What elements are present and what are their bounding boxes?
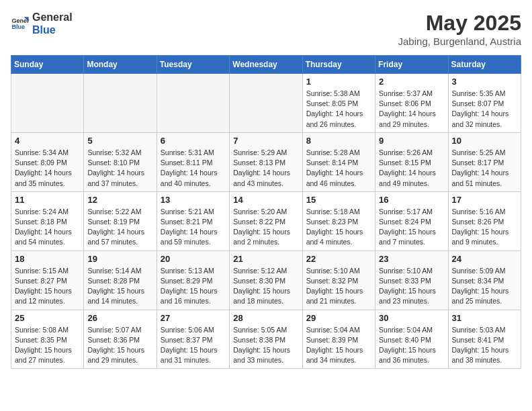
day-number: 30: [379, 313, 444, 323]
title-block: May 2025 Jabing, Burgenland, Austria: [398, 11, 521, 47]
calendar-cell: 27Sunrise: 5:06 AM Sunset: 8:37 PM Dayli…: [157, 310, 229, 369]
day-number: 29: [306, 313, 371, 323]
calendar-cell: 6Sunrise: 5:31 AM Sunset: 8:11 PM Daylig…: [157, 132, 229, 191]
day-info: Sunrise: 5:12 AM Sunset: 8:30 PM Dayligh…: [233, 266, 298, 307]
day-info: Sunrise: 5:38 AM Sunset: 8:05 PM Dayligh…: [306, 89, 371, 130]
day-info: Sunrise: 5:25 AM Sunset: 8:17 PM Dayligh…: [452, 148, 517, 189]
day-number: 31: [452, 313, 517, 323]
day-info: Sunrise: 5:26 AM Sunset: 8:15 PM Dayligh…: [379, 148, 444, 189]
day-info: Sunrise: 5:32 AM Sunset: 8:10 PM Dayligh…: [87, 148, 152, 189]
dow-header-sunday: Sunday: [11, 56, 84, 74]
calendar-cell: 15Sunrise: 5:18 AM Sunset: 8:23 PM Dayli…: [302, 191, 375, 250]
day-number: 2: [379, 77, 444, 87]
calendar-cell: 3Sunrise: 5:35 AM Sunset: 8:07 PM Daylig…: [448, 74, 521, 133]
day-number: 19: [87, 254, 152, 264]
day-info: Sunrise: 5:24 AM Sunset: 8:18 PM Dayligh…: [15, 207, 80, 248]
calendar-cell: 11Sunrise: 5:24 AM Sunset: 8:18 PM Dayli…: [11, 191, 84, 250]
dow-header-monday: Monday: [84, 56, 157, 74]
day-number: 18: [15, 254, 80, 264]
calendar-table: SundayMondayTuesdayWednesdayThursdayFrid…: [11, 55, 521, 369]
day-number: 25: [15, 313, 80, 323]
day-info: Sunrise: 5:37 AM Sunset: 8:06 PM Dayligh…: [379, 89, 444, 130]
day-number: 12: [87, 195, 152, 205]
day-info: Sunrise: 5:06 AM Sunset: 8:37 PM Dayligh…: [161, 325, 226, 366]
calendar-cell: 18Sunrise: 5:15 AM Sunset: 8:27 PM Dayli…: [11, 250, 84, 310]
month-year-title: May 2025: [398, 11, 521, 36]
calendar-cell: 1Sunrise: 5:38 AM Sunset: 8:05 PM Daylig…: [302, 74, 375, 133]
day-number: 11: [15, 195, 80, 205]
logo-icon: General Blue: [11, 14, 30, 33]
day-number: 21: [233, 254, 298, 264]
calendar-cell: [84, 74, 157, 133]
svg-text:Blue: Blue: [11, 24, 25, 31]
day-info: Sunrise: 5:17 AM Sunset: 8:24 PM Dayligh…: [379, 207, 444, 248]
calendar-cell: 7Sunrise: 5:29 AM Sunset: 8:13 PM Daylig…: [230, 132, 302, 191]
day-number: 6: [161, 136, 226, 146]
day-info: Sunrise: 5:09 AM Sunset: 8:34 PM Dayligh…: [452, 266, 517, 307]
calendar-cell: 16Sunrise: 5:17 AM Sunset: 8:24 PM Dayli…: [375, 191, 448, 250]
day-info: Sunrise: 5:10 AM Sunset: 8:33 PM Dayligh…: [379, 266, 444, 307]
day-info: Sunrise: 5:05 AM Sunset: 8:38 PM Dayligh…: [233, 325, 298, 366]
calendar-cell: 9Sunrise: 5:26 AM Sunset: 8:15 PM Daylig…: [375, 132, 448, 191]
day-number: 8: [306, 136, 371, 146]
day-number: 3: [452, 77, 517, 87]
day-info: Sunrise: 5:34 AM Sunset: 8:09 PM Dayligh…: [15, 148, 80, 189]
dow-header-thursday: Thursday: [302, 56, 375, 74]
calendar-cell: 5Sunrise: 5:32 AM Sunset: 8:10 PM Daylig…: [84, 132, 157, 191]
day-number: 24: [452, 254, 517, 264]
dow-header-saturday: Saturday: [448, 56, 521, 74]
day-number: 5: [87, 136, 152, 146]
day-number: 10: [452, 136, 517, 146]
calendar-cell: 14Sunrise: 5:20 AM Sunset: 8:22 PM Dayli…: [230, 191, 302, 250]
calendar-week-row: 25Sunrise: 5:08 AM Sunset: 8:35 PM Dayli…: [11, 310, 521, 369]
page-header: General Blue General Blue May 2025 Jabin…: [11, 11, 521, 47]
calendar-cell: 21Sunrise: 5:12 AM Sunset: 8:30 PM Dayli…: [230, 250, 302, 310]
day-info: Sunrise: 5:18 AM Sunset: 8:23 PM Dayligh…: [306, 207, 371, 248]
day-info: Sunrise: 5:31 AM Sunset: 8:11 PM Dayligh…: [161, 148, 226, 189]
day-info: Sunrise: 5:29 AM Sunset: 8:13 PM Dayligh…: [233, 148, 298, 189]
day-number: 1: [306, 77, 371, 87]
calendar-cell: [230, 74, 302, 133]
day-number: 23: [379, 254, 444, 264]
day-info: Sunrise: 5:04 AM Sunset: 8:39 PM Dayligh…: [306, 325, 371, 366]
calendar-cell: 2Sunrise: 5:37 AM Sunset: 8:06 PM Daylig…: [375, 74, 448, 133]
location-subtitle: Jabing, Burgenland, Austria: [398, 36, 521, 47]
day-number: 15: [306, 195, 371, 205]
day-info: Sunrise: 5:14 AM Sunset: 8:28 PM Dayligh…: [87, 266, 152, 307]
day-number: 22: [306, 254, 371, 264]
calendar-cell: 20Sunrise: 5:13 AM Sunset: 8:29 PM Dayli…: [157, 250, 229, 310]
calendar-cell: 17Sunrise: 5:16 AM Sunset: 8:26 PM Dayli…: [448, 191, 521, 250]
day-info: Sunrise: 5:22 AM Sunset: 8:19 PM Dayligh…: [87, 207, 152, 248]
calendar-cell: 31Sunrise: 5:03 AM Sunset: 8:41 PM Dayli…: [448, 310, 521, 369]
day-number: 27: [161, 313, 226, 323]
day-info: Sunrise: 5:21 AM Sunset: 8:21 PM Dayligh…: [161, 207, 226, 248]
calendar-cell: 26Sunrise: 5:07 AM Sunset: 8:36 PM Dayli…: [84, 310, 157, 369]
day-number: 16: [379, 195, 444, 205]
calendar-cell: 22Sunrise: 5:10 AM Sunset: 8:32 PM Dayli…: [302, 250, 375, 310]
dow-header-friday: Friday: [375, 56, 448, 74]
calendar-cell: 24Sunrise: 5:09 AM Sunset: 8:34 PM Dayli…: [448, 250, 521, 310]
calendar-cell: 25Sunrise: 5:08 AM Sunset: 8:35 PM Dayli…: [11, 310, 84, 369]
calendar-header-row: SundayMondayTuesdayWednesdayThursdayFrid…: [11, 56, 521, 74]
calendar-cell: 29Sunrise: 5:04 AM Sunset: 8:39 PM Dayli…: [302, 310, 375, 369]
calendar-cell: 23Sunrise: 5:10 AM Sunset: 8:33 PM Dayli…: [375, 250, 448, 310]
day-info: Sunrise: 5:04 AM Sunset: 8:40 PM Dayligh…: [379, 325, 444, 366]
day-info: Sunrise: 5:13 AM Sunset: 8:29 PM Dayligh…: [161, 266, 226, 307]
day-info: Sunrise: 5:08 AM Sunset: 8:35 PM Dayligh…: [15, 325, 80, 366]
calendar-week-row: 11Sunrise: 5:24 AM Sunset: 8:18 PM Dayli…: [11, 191, 521, 250]
day-number: 14: [233, 195, 298, 205]
day-info: Sunrise: 5:10 AM Sunset: 8:32 PM Dayligh…: [306, 266, 371, 307]
dow-header-wednesday: Wednesday: [230, 56, 302, 74]
calendar-cell: [157, 74, 229, 133]
calendar-week-row: 4Sunrise: 5:34 AM Sunset: 8:09 PM Daylig…: [11, 132, 521, 191]
day-number: 17: [452, 195, 517, 205]
day-info: Sunrise: 5:35 AM Sunset: 8:07 PM Dayligh…: [452, 89, 517, 130]
calendar-cell: 19Sunrise: 5:14 AM Sunset: 8:28 PM Dayli…: [84, 250, 157, 310]
day-number: 20: [161, 254, 226, 264]
calendar-week-row: 18Sunrise: 5:15 AM Sunset: 8:27 PM Dayli…: [11, 250, 521, 310]
day-number: 26: [87, 313, 152, 323]
day-number: 4: [15, 136, 80, 146]
calendar-cell: 12Sunrise: 5:22 AM Sunset: 8:19 PM Dayli…: [84, 191, 157, 250]
calendar-cell: 28Sunrise: 5:05 AM Sunset: 8:38 PM Dayli…: [230, 310, 302, 369]
day-info: Sunrise: 5:16 AM Sunset: 8:26 PM Dayligh…: [452, 207, 517, 248]
